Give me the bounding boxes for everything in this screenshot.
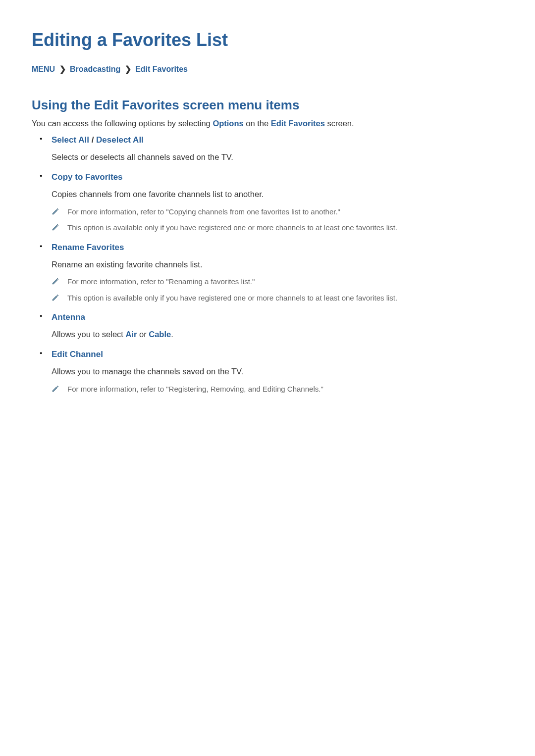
intro-post: screen. <box>325 119 354 128</box>
option-desc: Allows you to manage the channels saved … <box>52 365 503 378</box>
option-desc-post: . <box>171 330 173 339</box>
pencil-icon <box>52 207 59 217</box>
option-head: Copy to Favorites <box>52 172 503 182</box>
breadcrumb-item-broadcasting: Broadcasting <box>70 65 120 73</box>
option-desc: Selects or deselects all channels saved … <box>52 151 503 163</box>
option-title-select-all: Select All <box>52 135 89 145</box>
option-desc-pre: Allows you to select <box>52 330 125 339</box>
option-title: Antenna <box>52 312 85 322</box>
option-head: Select All / Deselect All <box>52 135 503 145</box>
note-text: For more information, refer to "Register… <box>67 384 323 395</box>
option-desc: Rename an existing favorite channels lis… <box>52 258 503 271</box>
note-row: For more information, refer to "Renaming… <box>52 276 503 288</box>
option-select-deselect-all: Select All / Deselect All Selects or des… <box>52 135 503 163</box>
intro-options-word: Options <box>213 119 243 128</box>
option-rename-favorites: Rename Favorites Rename an existing favo… <box>52 243 503 304</box>
intro-screen-word: Edit Favorites <box>271 119 325 128</box>
option-title: Copy to Favorites <box>52 172 123 182</box>
breadcrumb-item-menu: MENU <box>32 65 55 73</box>
pencil-icon <box>52 277 59 287</box>
note-row: For more information, refer to "Copying … <box>52 206 503 218</box>
chevron-right-icon: ❯ <box>59 65 66 73</box>
option-desc: Copies channels from one favorite channe… <box>52 188 503 201</box>
option-copy-to-favorites: Copy to Favorites Copies channels from o… <box>52 172 503 234</box>
pencil-icon <box>52 385 59 395</box>
note-text: This option is available only if you hav… <box>67 222 397 234</box>
intro-pre: You can access the following options by … <box>32 119 213 128</box>
options-list: Select All / Deselect All Selects or des… <box>32 135 503 395</box>
section-intro: You can access the following options by … <box>32 119 503 128</box>
option-antenna: Antenna Allows you to select Air or Cabl… <box>52 312 503 341</box>
option-head: Edit Channel <box>52 350 503 359</box>
chevron-right-icon: ❯ <box>125 65 131 73</box>
option-edit-channel: Edit Channel Allows you to manage the ch… <box>52 350 503 395</box>
breadcrumb-item-edit-favorites: Edit Favorites <box>135 65 188 73</box>
pencil-icon <box>52 223 59 233</box>
option-title-deselect-all: Deselect All <box>96 135 144 145</box>
option-head: Antenna <box>52 312 503 322</box>
note-row: This option is available only if you hav… <box>52 293 503 304</box>
note-text: For more information, refer to "Copying … <box>67 206 340 218</box>
option-desc-cable: Cable <box>149 330 171 339</box>
note-row: This option is available only if you hav… <box>52 222 503 234</box>
note-text: This option is available only if you hav… <box>67 293 397 304</box>
intro-mid: on the <box>244 119 271 128</box>
option-separator: / <box>89 135 96 145</box>
section-title: Using the Edit Favorites screen menu ite… <box>32 98 503 113</box>
note-row: For more information, refer to "Register… <box>52 384 503 395</box>
note-text: For more information, refer to "Renaming… <box>67 276 255 288</box>
pencil-icon <box>52 294 59 303</box>
option-desc-air: Air <box>125 330 137 339</box>
option-desc-mid: or <box>137 330 149 339</box>
option-desc: Allows you to select Air or Cable. <box>52 328 503 341</box>
option-head: Rename Favorites <box>52 243 503 252</box>
breadcrumb: MENU ❯ Broadcasting ❯ Edit Favorites <box>32 64 503 74</box>
option-title: Edit Channel <box>52 350 103 359</box>
page-title: Editing a Favorites List <box>32 30 503 50</box>
option-title: Rename Favorites <box>52 243 124 252</box>
